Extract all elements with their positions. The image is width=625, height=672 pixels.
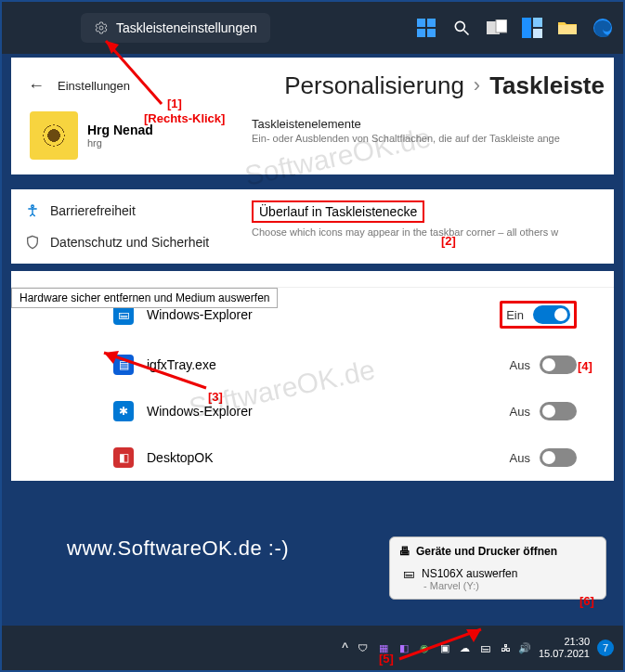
svg-rect-10 [533, 18, 542, 27]
toggle-switch[interactable] [540, 448, 577, 467]
gear-icon [94, 20, 109, 35]
breadcrumb-personalisierung[interactable]: Personalisierung [284, 71, 464, 100]
system-taskbar: ^ 🛡 ▦ ◧ ◉ ▣ ☁ 🖴 🖧 🔊 21:30 15.07.2021 7 [2, 626, 623, 670]
printer-icon: 🖶 [399, 545, 410, 558]
settings-window-mid: Barrierefreiheit Datenschutz und Sicherh… [11, 189, 614, 264]
sidebar-label: Datenschutz und Sicherheit [50, 235, 209, 250]
tray-icons: 🛡 ▦ ◧ ◉ ▣ ☁ 🖴 [356, 640, 493, 655]
breadcrumb-taskleiste: Taskleiste [489, 71, 605, 100]
toggle-label: Windows-Explorer [147, 307, 253, 322]
settings-title: Einstellungen [58, 79, 130, 93]
sidebar-label: Barrierefreiheit [50, 203, 136, 218]
flyout-eject-item[interactable]: 🖴 NS106X auswerfen [399, 563, 596, 580]
taskbar-settings-context-item[interactable]: Taskleisteneinstellungen [81, 13, 270, 43]
desktopok-icon: ◧ [113, 447, 134, 468]
toggle-label: igfxTray.exe [147, 357, 216, 372]
bluetooth-icon: ✱ [113, 401, 134, 421]
overflow-toggle-list: Hardware sicher entfernen und Medium aus… [11, 271, 614, 481]
sidebar-item-barrierefreiheit[interactable]: Barrierefreiheit [20, 195, 234, 226]
tray-chevron-icon[interactable]: ^ [342, 640, 348, 655]
section-title-overflow[interactable]: Überlauf in Taskleistenecke [252, 200, 424, 223]
toggle-state: Aus [510, 451, 530, 465]
section-title-elements: Taskleistenelemente [252, 108, 605, 133]
annot-5: [5] [379, 652, 394, 666]
annot-6: [6] [579, 594, 594, 608]
toggle-state: Aus [510, 358, 530, 372]
breadcrumb: Personalisierung › Taskleiste [284, 71, 605, 100]
annot-1: [1] [167, 97, 182, 110]
toggle-state: Ein [506, 308, 524, 322]
clock[interactable]: 21:30 15.07.2021 [539, 636, 590, 660]
toggle-switch[interactable] [540, 355, 577, 374]
settings-window-top: ← Einstellungen Personalisierung › Taskl… [11, 58, 614, 174]
eject-tray-icon[interactable]: 🖴 [478, 640, 493, 655]
annot-3: [3] [208, 390, 223, 404]
svg-rect-12 [558, 25, 577, 34]
svg-rect-4 [427, 29, 436, 37]
back-button[interactable]: ← [20, 72, 52, 99]
svg-rect-11 [533, 29, 542, 38]
svg-point-5 [455, 21, 464, 31]
eject-flyout: 🖶 Geräte und Drucker öffnen 🖴 NS106X aus… [389, 536, 606, 600]
svg-line-6 [464, 31, 469, 35]
svg-rect-9 [522, 18, 531, 38]
svg-point-14 [32, 205, 34, 208]
svg-rect-2 [427, 19, 436, 27]
edge-icon[interactable] [592, 17, 614, 39]
avatar [30, 111, 78, 160]
widgets-icon[interactable] [521, 17, 543, 39]
network-icon[interactable]: 🖧 [501, 642, 511, 653]
annot-1b: [Rechts-Klick] [144, 111, 225, 125]
start-icon[interactable] [415, 17, 437, 39]
accessibility-icon [24, 202, 41, 219]
app-icon: ▤ [113, 355, 134, 375]
toggle-row-igfxtray: ▤ igfxTray.exe Aus [11, 342, 614, 388]
context-menu-label: Taskleisteneinstellungen [116, 20, 257, 35]
annot-2: [2] [441, 234, 456, 248]
shield-icon [24, 234, 41, 251]
toggle-switch[interactable] [533, 305, 570, 324]
toggle-state: Aus [510, 405, 530, 419]
tray-icon[interactable]: ▣ [437, 640, 452, 655]
tray-icon[interactable]: 🛡 [356, 640, 371, 655]
tray-icon[interactable]: ☁ [458, 640, 473, 655]
toggle-switch[interactable] [540, 402, 577, 420]
user-card[interactable]: Hrg Nenad hrg [20, 108, 163, 169]
tray-icon[interactable]: ◧ [397, 640, 411, 655]
tray-icon[interactable]: ◉ [417, 640, 432, 655]
eject-tooltip: Hardware sicher entfernen und Medium aus… [11, 288, 278, 308]
volume-icon[interactable]: 🔊 [518, 642, 531, 654]
flyout-sub: - Marvel (Y:) [399, 580, 596, 591]
svg-rect-3 [417, 29, 425, 37]
flyout-title[interactable]: 🖶 Geräte und Drucker öffnen [399, 545, 596, 563]
sidebar-item-datenschutz[interactable]: Datenschutz und Sicherheit [20, 226, 234, 258]
chevron-right-icon: › [474, 73, 480, 97]
pinned-taskbar-icons [415, 17, 614, 39]
svg-point-0 [99, 26, 103, 30]
svg-rect-1 [417, 19, 425, 27]
toggle-row-bluetooth: ✱ Windows-Explorer Aus [11, 388, 614, 434]
svg-rect-8 [496, 19, 507, 32]
annot-4: [4] [578, 359, 592, 373]
taskview-icon[interactable] [486, 17, 508, 39]
notification-badge[interactable]: 7 [597, 640, 614, 656]
search-icon[interactable] [450, 17, 473, 39]
toggle-row-desktopok: ◧ DesktopOK Aus [11, 434, 614, 481]
drive-icon: 🖴 [403, 567, 414, 580]
section-desc-overflow: Choose which icons may appear in the tas… [252, 226, 605, 238]
toggle-label: DesktopOK [147, 450, 214, 465]
toggle-label: Windows-Explorer [147, 404, 253, 419]
section-desc-elements: Ein- oder Ausblenden von Schaltflächen, … [252, 133, 605, 144]
explorer-icon[interactable] [556, 17, 579, 39]
user-sub: hrg [87, 137, 153, 149]
